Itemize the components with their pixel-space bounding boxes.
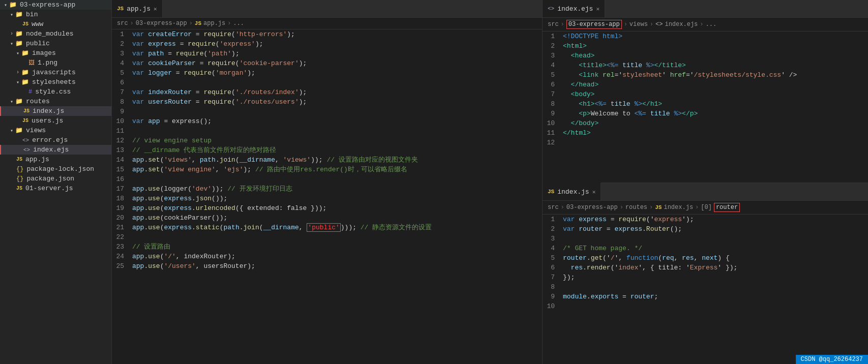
line-number: 16 bbox=[112, 174, 132, 184]
line-number: 5 bbox=[543, 70, 563, 80]
tab-indexjs[interactable]: JS index.js ✕ bbox=[543, 183, 601, 200]
sidebar-item-views[interactable]: ▾📁views bbox=[0, 126, 111, 135]
bottom-right-breadcrumb: src › 03-express-app › routes › JS index… bbox=[543, 201, 868, 215]
line-code: }); bbox=[563, 272, 868, 282]
ejs-icon-indexejs: <> bbox=[23, 147, 30, 153]
sidebar-item-images[interactable]: ▾📁images bbox=[0, 48, 111, 58]
sidebar-item-bin[interactable]: ▾📁bin bbox=[0, 10, 111, 19]
routes-line-2: 2var router = express.Router(); bbox=[543, 224, 868, 234]
json-icon-packagejson: {} bbox=[16, 175, 23, 183]
sidebar-label-images: images bbox=[32, 49, 56, 57]
sidebar-label-03-express-app: 03-express-app bbox=[20, 1, 75, 9]
css-icon-stylecss: # bbox=[28, 88, 32, 96]
sidebar-label-www: www bbox=[32, 20, 43, 28]
line-number: 14 bbox=[112, 155, 132, 165]
line-number: 5 bbox=[543, 253, 563, 263]
sidebar-label-routes: routes bbox=[26, 98, 50, 105]
tr-ejs-icon: <> bbox=[655, 21, 663, 28]
folder-icon-images: 📁 bbox=[21, 49, 29, 57]
line-code bbox=[563, 138, 868, 147]
sidebar-item-packagelockjson[interactable]: {}package-lock.json bbox=[0, 164, 111, 174]
sidebar-item-03-express-app[interactable]: ▾📁03-express-app bbox=[0, 0, 111, 10]
line-number: 12 bbox=[543, 138, 563, 147]
sidebar-item-node_modules[interactable]: ›📁node_modules bbox=[0, 29, 111, 39]
line-number: 7 bbox=[112, 87, 132, 97]
close-appjs-button[interactable]: ✕ bbox=[154, 6, 157, 12]
br-src: src bbox=[548, 204, 559, 211]
line-number: 8 bbox=[543, 99, 563, 109]
code-line-22: 22 bbox=[112, 232, 542, 242]
line-number: 8 bbox=[543, 282, 563, 292]
line-code: /* GET home page. */ bbox=[563, 244, 868, 253]
routes-line-9: 9module.exports = router; bbox=[543, 292, 868, 301]
routes-line-5: 5router.get('/', function(req, res, next… bbox=[543, 253, 868, 263]
line-code: // 设置路由 bbox=[132, 242, 542, 252]
code-line-24: 24app.use('/', indexRouter); bbox=[112, 252, 542, 261]
ejs-line-10: 10 </body> bbox=[543, 118, 868, 128]
br-router: router bbox=[714, 203, 740, 212]
line-number: 3 bbox=[112, 49, 132, 58]
sidebar-item-packagejson[interactable]: {}package.json bbox=[0, 174, 111, 184]
line-code: router.get('/', function(req, res, next)… bbox=[563, 253, 868, 263]
ejs-line-2: 2<html> bbox=[543, 41, 868, 51]
line-number: 4 bbox=[543, 244, 563, 253]
line-number: 1 bbox=[543, 215, 563, 224]
line-number: 2 bbox=[543, 224, 563, 234]
bottom-right-code-editor: 1var express = require('express');2var r… bbox=[543, 215, 868, 364]
line-code: res.render('index', { title: 'Express' }… bbox=[563, 263, 868, 272]
sidebar-label-javascripts: javascripts bbox=[32, 69, 76, 76]
sidebar-item-indexejs[interactable]: <>index.ejs bbox=[0, 145, 111, 155]
sidebar-item-javascripts[interactable]: ›📁javascripts bbox=[0, 68, 111, 77]
line-code: var express = require('express'); bbox=[563, 215, 868, 224]
js-icon-appjs: JS bbox=[16, 157, 22, 162]
sidebar-label-usersjs: users.js bbox=[32, 117, 63, 125]
sidebar-item-routes[interactable]: ▾📁routes bbox=[0, 97, 111, 106]
line-code bbox=[563, 301, 868, 311]
sidebar-item-appjs[interactable]: JSapp.js bbox=[0, 155, 111, 164]
routes-line-10: 10 bbox=[543, 301, 868, 311]
line-code: app.use('/', indexRouter); bbox=[132, 252, 542, 261]
sidebar-item-indexjs-routes[interactable]: JSindex.js bbox=[0, 106, 111, 116]
sidebar-item-errorejs[interactable]: <>error.ejs bbox=[0, 135, 111, 145]
tab-appjs-label: app.js bbox=[127, 5, 151, 13]
folder-arrow-stylesheets: ▾ bbox=[16, 79, 19, 85]
line-number: 6 bbox=[543, 80, 563, 89]
line-number: 18 bbox=[112, 194, 132, 203]
ejs-line-8: 8 <h1><%= title %></h1> bbox=[543, 99, 868, 109]
sidebar-item-1png[interactable]: 🖼1.png bbox=[0, 58, 111, 68]
line-number: 5 bbox=[112, 68, 132, 78]
line-number: 2 bbox=[112, 39, 132, 49]
sidebar-item-01serverjs[interactable]: JS01-server.js bbox=[0, 184, 111, 193]
tr-views: views bbox=[630, 21, 648, 28]
sidebar-item-www[interactable]: JSwww bbox=[0, 19, 111, 29]
sidebar-item-stylecss[interactable]: #style.css bbox=[0, 87, 111, 97]
folder-arrow-bin: ▾ bbox=[10, 12, 13, 18]
sidebar-item-stylesheets[interactable]: ▾📁stylesheets bbox=[0, 77, 111, 87]
folder-icon-views: 📁 bbox=[15, 127, 23, 134]
line-code: var cookieParser = require('cookie-parse… bbox=[132, 58, 542, 68]
close-indexjs-button[interactable]: ✕ bbox=[592, 189, 596, 195]
line-number: 13 bbox=[112, 145, 132, 155]
tab-indexjs-label: index.js bbox=[557, 188, 589, 196]
ejs-line-4: 4 <title><%= title %></title> bbox=[543, 60, 868, 70]
br-bracket: [0] bbox=[701, 204, 712, 211]
line-code: var logger = require('morgan'); bbox=[132, 68, 542, 78]
status-bar: CSDN @qq_26264237 bbox=[796, 355, 868, 364]
code-line-14: 14app.set('views', path.join(__dirname, … bbox=[112, 155, 542, 165]
line-code: var createError = require('http-errors')… bbox=[132, 29, 542, 39]
tab-indexejs[interactable]: <> index.ejs ✕ bbox=[543, 0, 605, 17]
sidebar-item-public[interactable]: ▾📁public bbox=[0, 39, 111, 48]
line-number: 20 bbox=[112, 213, 132, 223]
line-number: 22 bbox=[112, 232, 132, 242]
tab-appjs[interactable]: JS app.js ✕ bbox=[112, 0, 163, 17]
line-code bbox=[132, 232, 542, 242]
sidebar-item-usersjs[interactable]: JSusers.js bbox=[0, 116, 111, 126]
close-indexejs-button[interactable]: ✕ bbox=[596, 6, 600, 12]
tr-app: 03-express-app bbox=[566, 20, 622, 29]
tr-file: index.ejs bbox=[665, 21, 698, 28]
ejs-line-12: 12 bbox=[543, 138, 868, 147]
line-number: 19 bbox=[112, 203, 132, 213]
folder-icon-bin: 📁 bbox=[15, 11, 23, 18]
code-line-11: 11 bbox=[112, 126, 542, 136]
top-right-pane: <> index.ejs ✕ src › 03-express-app › vi… bbox=[543, 0, 868, 183]
